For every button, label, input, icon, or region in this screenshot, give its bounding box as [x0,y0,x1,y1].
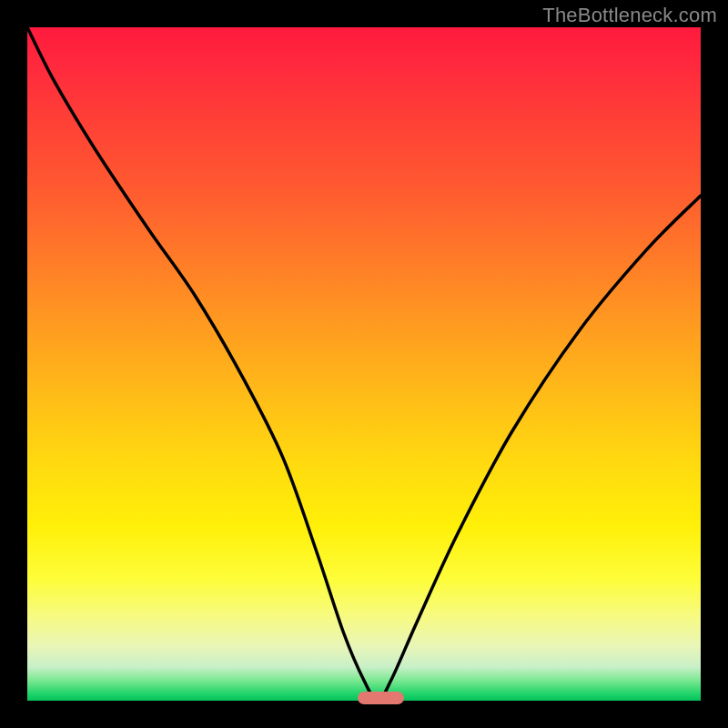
bottleneck-curve [27,27,701,701]
chart-frame: TheBottleneck.com [0,0,728,728]
curve-path [27,27,701,701]
watermark-text: TheBottleneck.com [542,4,717,27]
plot-area [27,27,701,701]
optimal-range-marker [358,692,405,704]
